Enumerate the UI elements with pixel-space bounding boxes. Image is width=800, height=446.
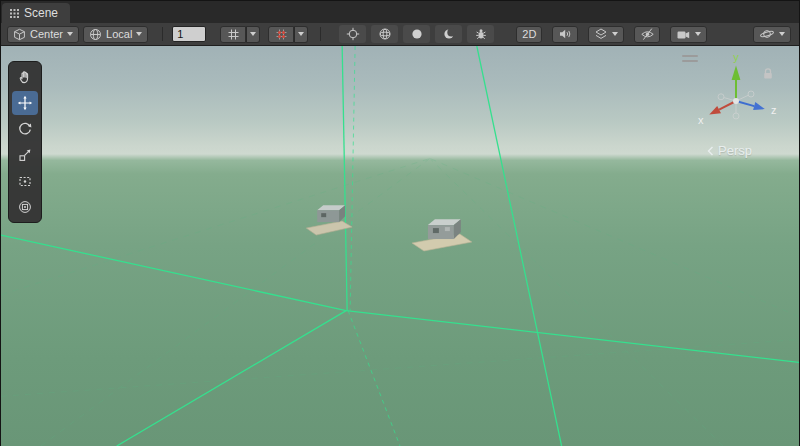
snap-increment-input[interactable] bbox=[172, 26, 206, 42]
camera-icon bbox=[676, 28, 691, 41]
chevron-down-icon bbox=[612, 32, 618, 36]
camera-settings-dropdown[interactable] bbox=[670, 26, 707, 43]
focus-target-button[interactable] bbox=[339, 25, 366, 43]
shaded-sphere-icon bbox=[410, 27, 424, 41]
unity-scene-window: Scene Center Local bbox=[0, 0, 800, 446]
saturn-icon bbox=[759, 27, 775, 41]
grid-visibility-dropdown[interactable] bbox=[246, 26, 260, 43]
tool-move-button[interactable] bbox=[12, 91, 38, 115]
grid-snap-group bbox=[220, 26, 260, 43]
pivot-mode-label: Center bbox=[30, 28, 63, 40]
orientation-gizmo[interactable]: y x z bbox=[691, 50, 787, 146]
debug-toggle-button[interactable] bbox=[467, 25, 494, 43]
crosshair-icon bbox=[346, 27, 360, 41]
chevron-down-icon bbox=[250, 32, 256, 36]
chevron-down-icon bbox=[779, 32, 785, 36]
speaker-icon bbox=[558, 27, 572, 41]
scene-lighting-button[interactable] bbox=[435, 25, 462, 43]
2d-mode-button[interactable]: 2D bbox=[516, 26, 542, 43]
projection-label: Persp bbox=[718, 143, 752, 158]
snap-grid-red-icon bbox=[275, 28, 288, 41]
x-axis-handle[interactable]: x bbox=[698, 101, 736, 126]
pivot-mode-dropdown[interactable]: Center bbox=[7, 26, 79, 43]
tool-rect-button[interactable] bbox=[12, 169, 38, 193]
scene-toolbar: Center Local bbox=[1, 23, 799, 46]
bug-icon bbox=[474, 27, 488, 41]
scene-visibility-button[interactable] bbox=[634, 26, 660, 43]
move-icon bbox=[17, 95, 33, 111]
gizmo-center[interactable] bbox=[733, 98, 739, 104]
tool-transform-button[interactable] bbox=[12, 195, 38, 219]
tab-label: Scene bbox=[24, 6, 58, 20]
tool-rotate-button[interactable] bbox=[12, 117, 38, 141]
chevron-down-icon bbox=[136, 32, 142, 36]
chevron-down-icon bbox=[298, 32, 304, 36]
gizmos-dropdown[interactable] bbox=[753, 26, 791, 43]
y-axis-handle[interactable]: y bbox=[732, 51, 741, 101]
ground-grid bbox=[1, 158, 799, 446]
orientation-dropdown[interactable]: Local bbox=[83, 26, 148, 43]
selection-wireframe bbox=[1, 46, 799, 446]
rotate-icon bbox=[17, 121, 33, 137]
globe-icon bbox=[89, 28, 102, 41]
wireframe-globe-button[interactable] bbox=[371, 25, 398, 43]
toolbar-separator bbox=[320, 27, 321, 41]
tool-scale-button[interactable] bbox=[12, 143, 38, 167]
eye-slash-icon bbox=[640, 27, 655, 41]
chevron-down-icon bbox=[67, 32, 73, 36]
toolbar-separator bbox=[162, 27, 163, 41]
scale-icon bbox=[17, 147, 33, 163]
snap-settings-button[interactable] bbox=[268, 26, 294, 43]
projection-toggle[interactable]: Persp bbox=[707, 143, 752, 158]
effects-dropdown-button[interactable] bbox=[588, 26, 624, 43]
chevron-left-icon bbox=[707, 146, 714, 156]
y-axis-label: y bbox=[733, 51, 739, 63]
audio-toggle-button[interactable] bbox=[552, 26, 578, 43]
grid-snap-icon bbox=[227, 28, 240, 41]
transform-icon bbox=[17, 199, 33, 215]
moon-icon bbox=[442, 27, 456, 41]
shaded-sphere-button[interactable] bbox=[403, 25, 430, 43]
2d-mode-label: 2D bbox=[522, 28, 536, 40]
x-axis-label: x bbox=[698, 114, 704, 126]
snap-settings-dropdown[interactable] bbox=[294, 26, 308, 43]
scene-3d-render bbox=[1, 46, 799, 446]
tool-hand-button[interactable] bbox=[12, 65, 38, 89]
snap-settings-group bbox=[268, 26, 308, 43]
wire-sphere-icon bbox=[378, 27, 392, 41]
layers-icon bbox=[594, 27, 608, 41]
grid-icon bbox=[10, 9, 19, 18]
tool-palette bbox=[8, 61, 42, 223]
tab-bar: Scene bbox=[1, 1, 799, 23]
rect-icon bbox=[17, 173, 33, 189]
scene-viewport[interactable]: y x z Persp bbox=[1, 46, 799, 446]
selection-wireframe-dashed bbox=[348, 46, 400, 446]
grid-visibility-button[interactable] bbox=[220, 26, 246, 43]
orientation-label: Local bbox=[106, 28, 132, 40]
cube-icon bbox=[13, 28, 26, 41]
tab-scene[interactable]: Scene bbox=[2, 3, 70, 23]
z-axis-label: z bbox=[771, 104, 777, 116]
hand-icon bbox=[17, 69, 33, 85]
z-axis-handle[interactable]: z bbox=[736, 101, 777, 116]
chevron-down-icon bbox=[695, 32, 701, 36]
scene-object-platform-2[interactable] bbox=[412, 219, 472, 251]
